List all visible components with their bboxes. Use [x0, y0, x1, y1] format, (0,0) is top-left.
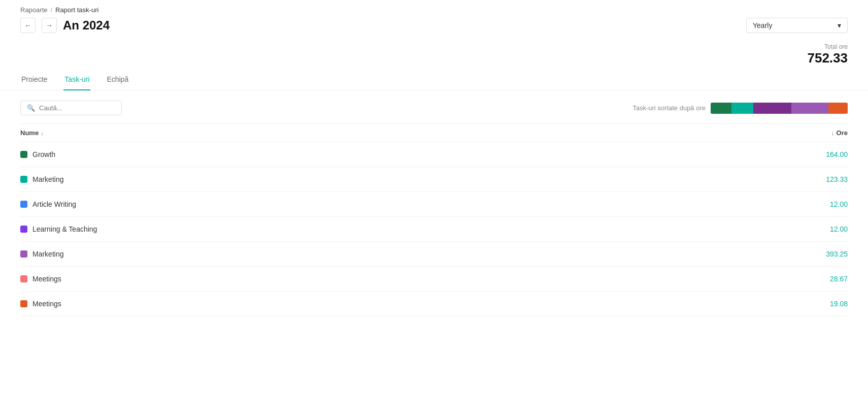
row-color-dot-4 [20, 250, 27, 258]
row-hours-5[interactable]: 28.67 [830, 275, 848, 283]
breadcrumb: Rapoarte / Raport task-uri [0, 0, 868, 14]
row-color-dot-2 [20, 201, 27, 208]
total-ore-box: Total ore 752.33 [807, 43, 848, 66]
tab-taskuri[interactable]: Task-uri [63, 71, 90, 90]
tab-proiecte[interactable]: Proiecte [20, 71, 48, 90]
table-row: Marketing 393.25 [20, 242, 848, 267]
row-name-2: Article Writing [32, 200, 76, 208]
row-color-dot-0 [20, 151, 27, 158]
total-ore-container: Total ore 752.33 [0, 33, 868, 66]
sort-arrow-name[interactable]: ↓ [41, 130, 44, 136]
back-button[interactable]: ← [20, 18, 36, 33]
forward-button[interactable]: → [42, 18, 57, 33]
sort-label: Task-uri sortate după ore [632, 104, 706, 112]
table-row: Meetings 28.67 [20, 267, 848, 292]
row-hours-0[interactable]: 164.00 [826, 150, 848, 158]
color-bar [711, 103, 848, 114]
chevron-down-icon: ▾ [838, 21, 841, 29]
toolbar-row: 🔍 Task-uri sortate după ore [20, 101, 848, 115]
total-ore-value: 752.33 [807, 50, 848, 66]
column-name: Nume ↓ [20, 129, 44, 137]
table-row: Article Writing 12.00 [20, 192, 848, 217]
sort-bar: Task-uri sortate după ore [632, 103, 848, 114]
row-name-3: Learning & Teaching [32, 225, 97, 233]
table-row: Marketing 123.33 [20, 167, 848, 192]
row-name-0: Growth [32, 150, 55, 158]
row-name-5: Meetings [32, 275, 61, 283]
row-hours-6[interactable]: 19.08 [830, 300, 848, 308]
row-hours-2[interactable]: 12.00 [830, 200, 848, 208]
breadcrumb-separator: / [50, 6, 52, 14]
row-color-dot-6 [20, 300, 27, 307]
color-segment-3 [753, 103, 792, 114]
row-name-4: Marketing [32, 250, 63, 258]
row-color-dot-1 [20, 176, 27, 183]
color-segment-4 [791, 103, 828, 114]
period-selector-label: Yearly [753, 21, 772, 29]
tabs-row: Proiecte Task-uri Echipă [0, 66, 868, 90]
table-row: Learning & Teaching 12.00 [20, 217, 848, 242]
row-hours-1[interactable]: 123.33 [826, 175, 848, 183]
table-header: Nume ↓ ↓ Ore [20, 123, 848, 142]
tab-echipa[interactable]: Echipă [106, 71, 129, 90]
row-color-dot-3 [20, 226, 27, 233]
header-left: ← → An 2024 [20, 18, 110, 33]
row-hours-3[interactable]: 12.00 [830, 225, 848, 233]
breadcrumb-current: Raport task-uri [55, 6, 98, 14]
table-row: Growth 164.00 [20, 142, 848, 167]
row-hours-4[interactable]: 393.25 [826, 250, 848, 258]
total-ore-label: Total ore [807, 43, 848, 50]
row-color-dot-5 [20, 275, 27, 282]
table-container: Nume ↓ ↓ Ore Growth 164.00 Ma [20, 123, 848, 316]
header-row: ← → An 2024 Yearly ▾ [0, 14, 868, 33]
page-container: Rapoarte / Raport task-uri ← → An 2024 Y… [0, 0, 868, 414]
table-row: Meetings 19.08 [20, 292, 848, 316]
color-segment-1 [711, 103, 731, 114]
row-name-1: Marketing [32, 175, 63, 183]
search-box[interactable]: 🔍 [20, 101, 122, 115]
content-area: 🔍 Task-uri sortate după ore Nume [0, 90, 868, 327]
row-name-6: Meetings [32, 300, 61, 308]
search-icon: 🔍 [27, 104, 35, 112]
search-input[interactable] [39, 104, 115, 112]
period-selector[interactable]: Yearly ▾ [746, 18, 848, 33]
breadcrumb-parent[interactable]: Rapoarte [20, 6, 47, 14]
column-ore: ↓ Ore [831, 129, 848, 137]
color-segment-5 [828, 103, 848, 114]
page-title: An 2024 [63, 18, 110, 33]
sort-arrow-ore[interactable]: ↓ [831, 130, 834, 136]
color-segment-2 [731, 103, 753, 114]
